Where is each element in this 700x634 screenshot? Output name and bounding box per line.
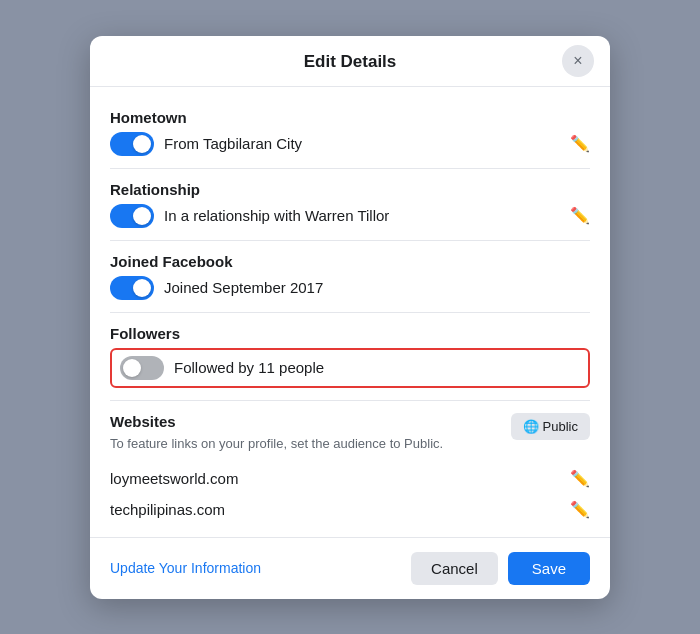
hometown-edit-icon[interactable]: ✏️ — [570, 134, 590, 153]
public-button[interactable]: 🌐 Public — [511, 413, 590, 440]
save-button[interactable]: Save — [508, 552, 590, 585]
hometown-label: Hometown — [110, 109, 590, 126]
hometown-toggle[interactable] — [110, 132, 154, 156]
hometown-value: From Tagbilaran City — [164, 135, 560, 152]
followers-section: Followers Followed by 11 people — [110, 313, 590, 401]
cancel-button[interactable]: Cancel — [411, 552, 498, 585]
joined-label: Joined Facebook — [110, 253, 590, 270]
followers-toggle[interactable] — [120, 356, 164, 380]
joined-row: Joined September 2017 — [110, 276, 590, 300]
joined-section: Joined Facebook Joined September 2017 — [110, 241, 590, 313]
joined-toggle[interactable] — [110, 276, 154, 300]
edit-details-modal: Edit Details × Hometown From Tagbilaran … — [90, 36, 610, 599]
relationship-label: Relationship — [110, 181, 590, 198]
close-button[interactable]: × — [562, 45, 594, 77]
website-row-1: loymeetsworld.com ✏️ — [110, 463, 590, 494]
hometown-row: From Tagbilaran City ✏️ — [110, 132, 590, 156]
update-information-link[interactable]: Update Your Information — [110, 560, 261, 576]
website-1-edit-icon[interactable]: ✏️ — [570, 469, 590, 488]
websites-sublabel: To feature links on your profile, set th… — [110, 436, 443, 451]
relationship-row: In a relationship with Warren Tillor ✏️ — [110, 204, 590, 228]
modal-header: Edit Details × — [90, 36, 610, 87]
globe-icon: 🌐 — [523, 419, 539, 434]
modal-body: Hometown From Tagbilaran City ✏️ Relatio… — [90, 87, 610, 537]
relationship-value: In a relationship with Warren Tillor — [164, 207, 560, 224]
followers-value: Followed by 11 people — [174, 359, 580, 376]
joined-value: Joined September 2017 — [164, 279, 590, 296]
followers-label: Followers — [110, 325, 590, 342]
footer-buttons: Cancel Save — [411, 552, 590, 585]
websites-label: Websites — [110, 413, 443, 430]
hometown-section: Hometown From Tagbilaran City ✏️ — [110, 97, 590, 169]
website-2-edit-icon[interactable]: ✏️ — [570, 500, 590, 519]
website-link-1: loymeetsworld.com — [110, 470, 238, 487]
modal-footer: Update Your Information Cancel Save — [90, 537, 610, 599]
website-row-2: techpilipinas.com ✏️ — [110, 494, 590, 525]
public-label: Public — [543, 419, 578, 434]
relationship-edit-icon[interactable]: ✏️ — [570, 206, 590, 225]
website-link-2: techpilipinas.com — [110, 501, 225, 518]
modal-title: Edit Details — [304, 52, 397, 72]
websites-section: Websites To feature links on your profil… — [110, 401, 590, 537]
followers-highlighted-row: Followed by 11 people — [110, 348, 590, 388]
relationship-section: Relationship In a relationship with Warr… — [110, 169, 590, 241]
relationship-toggle[interactable] — [110, 204, 154, 228]
